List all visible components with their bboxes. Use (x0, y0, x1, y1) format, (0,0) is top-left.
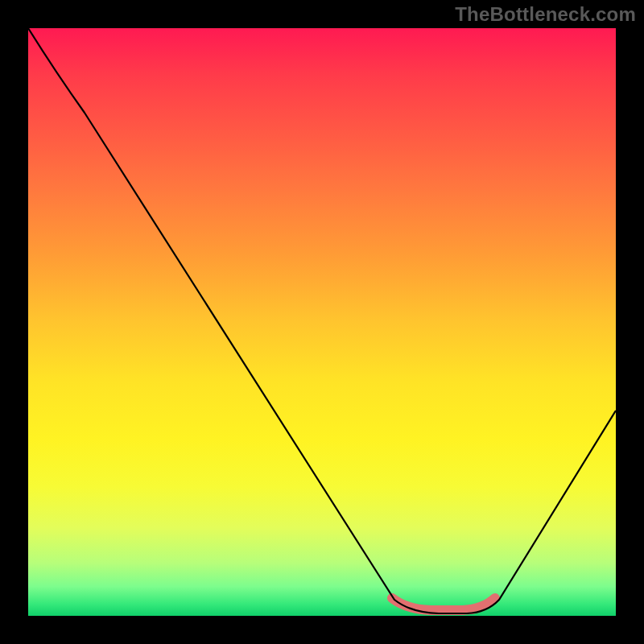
chart-frame: TheBottleneck.com (0, 0, 644, 644)
bottleneck-curve (28, 28, 616, 613)
watermark-text: TheBottleneck.com (455, 3, 636, 26)
curve-svg (28, 28, 616, 616)
plot-area (28, 28, 616, 616)
highlight-segment (392, 598, 495, 610)
